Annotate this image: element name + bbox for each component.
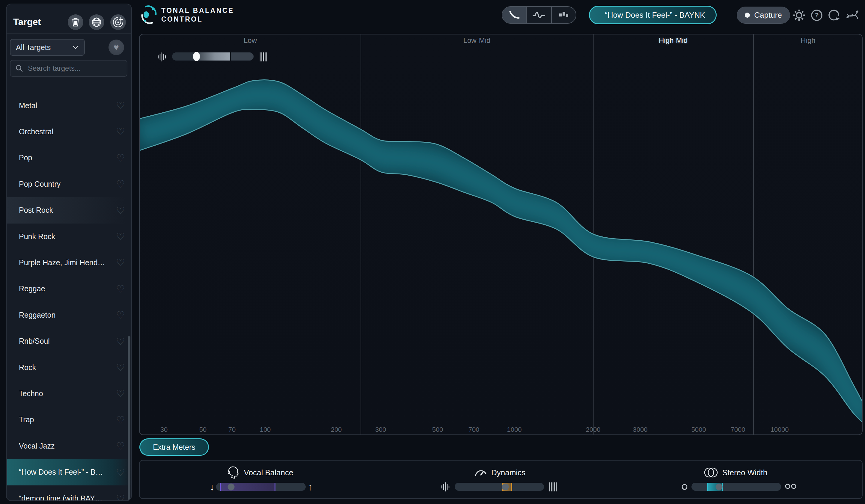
trash-icon [71,17,80,27]
target-sidebar: Target [6,3,132,501]
band-label-high: High [800,36,815,45]
stereo-pair-icon [785,484,796,490]
favorite-heart-icon[interactable]: ♡ [116,467,125,477]
app-title: TONAL BALANCE CONTROL [161,6,234,24]
bars-icon [259,52,268,62]
favorite-heart-icon[interactable]: ♡ [116,127,125,137]
sidebar-item-punk-rock[interactable]: Punk Rock♡ [7,223,132,250]
sidebar-item-reggaeton[interactable]: Reggaeton♡ [7,302,132,328]
signal-chain-button[interactable] [845,8,860,23]
tonal-balance-control-window: TONAL BALANCE CONTROL [0,0,865,504]
view-curve-button[interactable] [502,7,527,23]
sidebar-controls: All Targets ♥ Search targets... [7,34,131,82]
extra-meters-label: Extra Meters [153,443,195,452]
add-target-button[interactable] [110,14,126,30]
sidebar-item-how-does-it-feel-b[interactable]: “How Does It Feel-” - B…♡ [7,459,132,485]
sidebar-item-demon-time-with-bay[interactable]: “demon time (with BAY…♡ [7,485,132,501]
favorite-heart-icon[interactable]: ♡ [116,284,125,294]
help-button[interactable]: ? [809,8,824,23]
vocal-balance-meter[interactable] [216,483,306,491]
target-item-label: Pop [19,153,32,162]
favorite-heart-icon[interactable]: ♡ [116,179,125,189]
current-target-button[interactable]: “How Does It Feel-” - BAYNK [589,6,717,24]
sidebar-item-rnb-soul[interactable]: Rnb/Soul♡ [7,328,132,354]
target-item-label: Orchestral [19,127,53,136]
freq-tick-label: 70 [228,426,235,434]
view-bars-button[interactable] [552,7,576,23]
favorite-heart-icon[interactable]: ♡ [116,389,125,399]
target-library-button[interactable] [89,14,104,30]
capture-button[interactable]: Capture [737,7,790,24]
wave-view-icon [532,9,545,21]
search-placeholder: Search targets... [28,64,81,72]
favorite-heart-icon[interactable]: ♡ [116,258,125,268]
vocal-balance-value-knob [228,483,235,490]
band-upper-edge [140,80,863,408]
favorite-heart-icon[interactable]: ♡ [116,336,125,346]
sidebar-item-reggae[interactable]: Reggae♡ [7,276,132,302]
favorite-heart-icon[interactable]: ♡ [116,415,125,425]
band-fill-area [140,80,863,425]
delete-target-button[interactable] [68,14,83,30]
smoothing-zone-right [231,52,254,60]
sidebar-item-metal[interactable]: Metal♡ [7,92,132,119]
sidebar-item-post-rock[interactable]: Post Rock♡ [7,197,132,224]
sidebar-scrollbar[interactable] [128,336,130,500]
freq-tick-label: 10000 [770,426,788,434]
stereo-width-label: Stereo Width [722,468,767,477]
dynamics-meter[interactable] [455,483,544,491]
search-targets-input[interactable]: Search targets... [10,60,127,77]
sidebar-item-rock[interactable]: Rock♡ [7,354,132,380]
freq-tick-label: 700 [469,426,480,434]
band-center-glow [140,95,863,417]
target-item-label: Trap [19,415,34,424]
favorite-heart-icon[interactable]: ♡ [116,310,125,320]
vocal-range-max-marker [275,483,275,491]
sidebar-item-pop-country[interactable]: Pop Country♡ [7,171,132,197]
favorite-heart-icon[interactable]: ♡ [116,363,125,373]
sidebar-item-pop[interactable]: Pop♡ [7,145,132,171]
favorites-filter-button[interactable]: ♥ [108,39,124,55]
smoothing-slider-track[interactable] [172,52,254,60]
sidebar-title: Target [13,17,41,27]
favorite-heart-icon[interactable]: ♡ [116,205,125,215]
favorite-heart-icon[interactable]: ♡ [116,232,125,242]
capture-label: Capture [754,11,782,20]
target-filter-dropdown[interactable]: All Targets [10,39,85,56]
favorite-heart-icon[interactable]: ♡ [116,153,125,163]
sidebar-header: Target [7,4,131,34]
target-item-label: “How Does It Feel-” - B… [19,468,103,477]
band-lower-edge [140,109,863,425]
stereo-circles-icon [703,467,719,479]
filter-dropdown-value: All Targets [16,43,72,52]
sidebar-item-vocal-jazz[interactable]: Vocal Jazz♡ [7,433,132,459]
target-item-label: Post Rock [19,206,53,214]
target-item-label: “demon time (with BAY… [19,494,103,501]
band-label-high-mid: High-Mid [659,36,688,45]
sidebar-item-orchestral[interactable]: Orchestral♡ [7,118,132,145]
arrow-down-icon: ↓ [210,481,215,493]
view-wave-button[interactable] [527,7,552,23]
stereo-width-meter[interactable] [691,483,781,491]
extra-meters-button[interactable]: Extra Meters [139,438,209,456]
target-item-label: Rock [19,363,36,372]
sidebar-item-trap[interactable]: Trap♡ [7,407,132,433]
sidebar-item-techno[interactable]: Techno♡ [7,380,132,407]
history-button[interactable] [827,8,841,23]
settings-gear-button[interactable] [792,8,806,23]
favorite-heart-icon[interactable]: ♡ [116,441,125,451]
dynamics-value-knob [502,483,509,490]
view-mode-toggle [502,6,576,24]
favorite-heart-icon[interactable]: ♡ [116,493,125,501]
sidebar-item-purple-haze-jimi-hend[interactable]: Purple Haze, Jimi Hend…♡ [7,249,132,276]
smoothing-slider-knob[interactable] [193,52,200,61]
help-icon: ? [810,8,824,22]
svg-text:?: ? [815,11,819,19]
freq-tick-label: 300 [375,426,387,434]
freq-tick-label: 7000 [731,426,746,434]
favorite-heart-icon[interactable]: ♡ [116,101,125,110]
target-item-label: Rnb/Soul [19,337,50,345]
smoothing-zone-mid [196,52,231,60]
target-item-label: Punk Rock [19,232,55,241]
freq-tick-label: 1000 [507,426,522,434]
